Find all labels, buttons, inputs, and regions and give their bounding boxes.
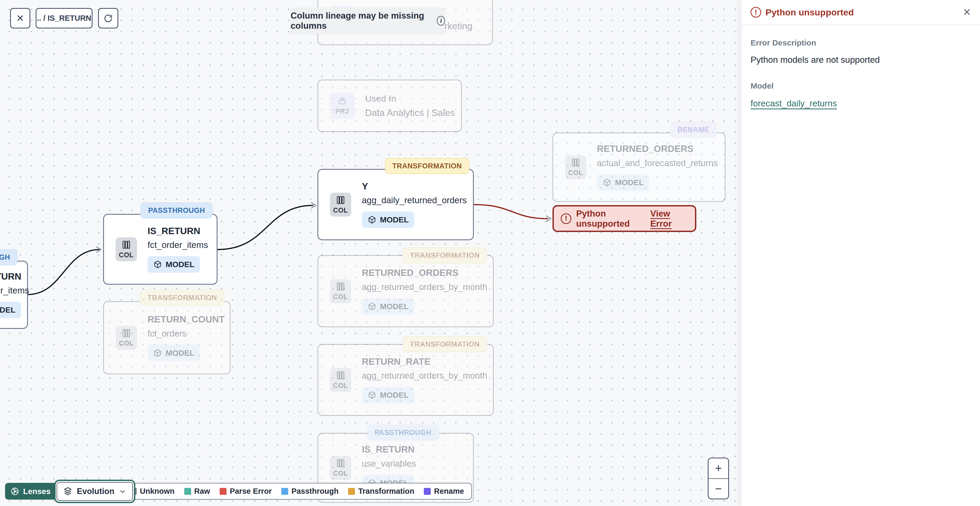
node-subtitle: agg_returned_orders_by_month bbox=[362, 371, 487, 380]
node-title: Used In bbox=[365, 93, 396, 104]
column-chip: COL bbox=[116, 237, 137, 261]
aperture-icon bbox=[10, 487, 19, 496]
breadcrumb[interactable]: .. / IS_RETURN bbox=[36, 8, 92, 29]
minus-icon: − bbox=[715, 482, 722, 495]
edge-fct-to-y bbox=[218, 205, 313, 249]
alert-circle-icon: ! bbox=[751, 7, 761, 18]
edge-type-legend: Unknown Raw Parse Error Passthrough Tran… bbox=[122, 483, 472, 500]
chip-kind-label: COL bbox=[119, 340, 134, 347]
legend-label: Parse Error bbox=[230, 487, 272, 496]
model-chip-label: MODEL bbox=[165, 260, 194, 269]
model-label: Model bbox=[751, 81, 971, 91]
node-title: RETURN_COUNT bbox=[148, 314, 225, 324]
edge-type-badge: PASSTHROUGH bbox=[0, 249, 18, 265]
node-subtitle: fct_orders bbox=[148, 329, 187, 338]
node-subtitle: actual_and_forecasted_returns bbox=[597, 158, 718, 168]
lineage-node-return-rate[interactable]: TRANSFORMATION COL RETURN_RATE agg_retur… bbox=[317, 344, 494, 416]
column-chip: COL bbox=[565, 155, 586, 179]
chip-kind-label: COL bbox=[568, 169, 583, 177]
lineage-node-return-count[interactable]: TRANSFORMATION COL RETURN_COUNT fct_orde… bbox=[103, 301, 231, 374]
chevron-down-icon bbox=[119, 487, 127, 495]
model-chip: MODEL bbox=[362, 211, 414, 228]
legend-label: Passthrough bbox=[291, 487, 339, 496]
lineage-node-is-return-fct-order-items[interactable]: PASSTHROUGH COL IS_RETURN fct_order_item… bbox=[103, 214, 218, 285]
arrowhead-icon bbox=[311, 203, 316, 208]
model-chip: MODEL bbox=[0, 302, 21, 318]
lenses-label: Lenses bbox=[23, 487, 51, 496]
model-chip: MODEL bbox=[362, 298, 414, 315]
refresh-button[interactable] bbox=[98, 8, 118, 29]
columns-icon bbox=[121, 328, 131, 338]
lineage-node-used-in-sales[interactable]: PRJ Used In Data Analytics | Sales bbox=[317, 80, 462, 132]
legend-swatch bbox=[281, 488, 288, 495]
node-subtitle: use_variables bbox=[362, 459, 416, 468]
node-subtitle: Data Analytics | Sales bbox=[365, 107, 455, 118]
legend-item: Transformation bbox=[348, 487, 414, 496]
zoom-out-button[interactable]: − bbox=[708, 479, 728, 499]
cube-icon bbox=[368, 302, 377, 311]
lineage-node-returned-orders-forecasted[interactable]: RENAME COL RETURNED_ORDERS actual_and_fo… bbox=[552, 132, 725, 202]
cube-icon bbox=[368, 391, 377, 400]
legend-swatch bbox=[424, 488, 431, 495]
legend-label: Rename bbox=[434, 487, 464, 496]
legend-swatch bbox=[220, 488, 226, 495]
model-chip-label: MODEL bbox=[615, 178, 644, 187]
lineage-node-is-return-offscreen[interactable]: PASSTHROUGH COL IS_RETURN fct_order_item… bbox=[0, 261, 28, 329]
column-chip: COL bbox=[330, 279, 351, 303]
toast-text: Column lineage may be missing columns bbox=[291, 11, 433, 31]
error-description-text: Python models are not supported bbox=[751, 55, 971, 65]
info-icon[interactable]: i bbox=[437, 16, 445, 26]
zoom-in-button[interactable]: + bbox=[708, 458, 728, 479]
edge-type-badge: RENAME bbox=[670, 121, 717, 137]
column-chip: COL bbox=[330, 456, 351, 480]
error-callout[interactable]: ! Python unsupported View Error bbox=[552, 205, 696, 232]
lens-mode-select[interactable]: Evolution bbox=[57, 482, 133, 501]
legend-item: Parse Error bbox=[220, 487, 272, 496]
column-chip: COL bbox=[330, 368, 351, 392]
edge-y-to-error bbox=[474, 204, 548, 219]
panel-close-icon[interactable]: ✕ bbox=[963, 8, 971, 17]
lineage-warning-toast: Column lineage may be missing columns i bbox=[291, 8, 445, 34]
columns-icon bbox=[336, 370, 345, 380]
chip-kind-label: COL bbox=[333, 382, 348, 389]
breadcrumb-label: .. / IS_RETURN bbox=[37, 14, 91, 22]
chip-kind-label: PRJ bbox=[335, 107, 349, 115]
error-panel-title: Python unsupported bbox=[765, 7, 854, 18]
plus-icon: + bbox=[715, 461, 722, 475]
node-title: RETURNED_ORDERS bbox=[597, 144, 694, 154]
model-chip: MODEL bbox=[148, 345, 200, 361]
chip-kind-label: COL bbox=[333, 469, 348, 477]
close-icon: ✕ bbox=[16, 13, 24, 24]
edge-type-badge: TRANSFORMATION bbox=[403, 247, 487, 263]
legend-label: Raw bbox=[194, 487, 210, 496]
model-link[interactable]: forecast_daily_returns bbox=[751, 99, 837, 109]
arrowhead-icon bbox=[546, 216, 551, 222]
cube-icon bbox=[603, 178, 611, 187]
legend-item: Raw bbox=[184, 487, 210, 496]
columns-icon bbox=[121, 240, 131, 249]
legend-swatch bbox=[348, 488, 355, 495]
edge-type-badge: PASSTHROUGH bbox=[141, 203, 212, 219]
node-title: RETURN_RATE bbox=[362, 356, 430, 367]
arrowhead-icon bbox=[96, 247, 101, 252]
node-subtitle: agg_returned_orders_by_month bbox=[362, 282, 487, 292]
legend-item: Rename bbox=[424, 487, 464, 496]
node-title: RETURNED_ORDERS bbox=[362, 268, 459, 278]
edge-type-badge: TRANSFORMATION bbox=[385, 158, 469, 174]
edge-type-badge: TRANSFORMATION bbox=[403, 336, 487, 352]
cube-icon bbox=[368, 215, 377, 224]
close-lineage-button[interactable]: ✕ bbox=[10, 8, 30, 29]
lenses-button[interactable]: Lenses bbox=[5, 483, 57, 500]
error-panel: ! Python unsupported ✕ Error Description… bbox=[741, 0, 980, 506]
column-chip: COL bbox=[330, 193, 351, 217]
project-stack-icon bbox=[337, 96, 347, 106]
columns-icon bbox=[336, 195, 345, 205]
lineage-node-returned-orders-month[interactable]: TRANSFORMATION COL RETURNED_ORDERS agg_r… bbox=[317, 255, 494, 327]
view-error-link[interactable]: View Error bbox=[650, 209, 688, 229]
legend-swatch bbox=[184, 488, 191, 495]
chip-kind-label: COL bbox=[119, 251, 134, 259]
edge-offscreen-to-fct bbox=[28, 249, 99, 295]
node-title: Y bbox=[362, 181, 368, 192]
lineage-node-y[interactable]: TRANSFORMATION COL Y agg_daily_returned_… bbox=[317, 169, 474, 240]
model-chip-label: MODEL bbox=[380, 391, 409, 400]
